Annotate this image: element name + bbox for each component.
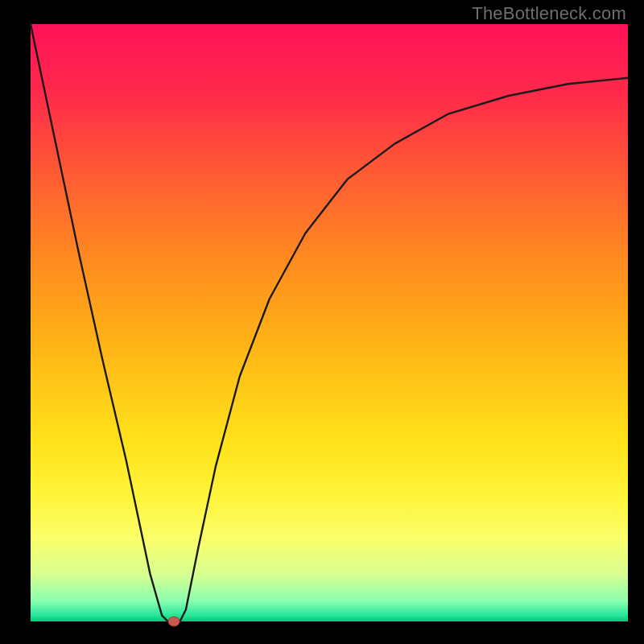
optimum-marker (168, 617, 180, 626)
chart-frame: TheBottleneck.com (0, 0, 644, 644)
chart-svg (0, 0, 644, 644)
watermark-text: TheBottleneck.com (472, 3, 626, 24)
plot-background (31, 24, 628, 621)
